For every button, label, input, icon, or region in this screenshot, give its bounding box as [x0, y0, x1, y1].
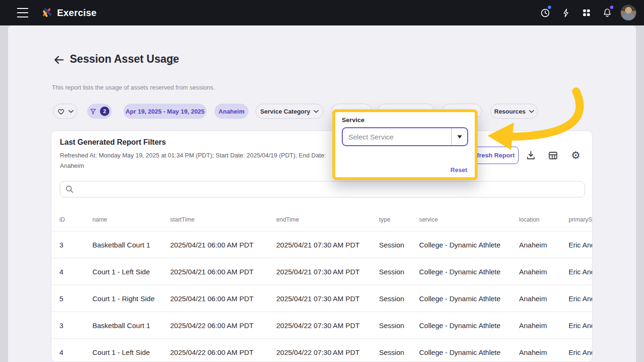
service-select[interactable]: Select Service: [342, 127, 468, 146]
service-popup-label: Service: [342, 116, 364, 123]
table-header-row: iDnamestartTimeendTimetypeservicelocatio…: [51, 208, 592, 231]
filters-count-button[interactable]: 2: [87, 104, 112, 119]
service-filter-popup: Service Select Service Reset: [332, 109, 478, 180]
resources-filter-label: Resources: [494, 108, 525, 115]
back-button[interactable]: [53, 54, 65, 66]
table-cell: 4: [59, 348, 92, 356]
column-header[interactable]: location: [519, 216, 569, 223]
location-filter-label: Anaheim: [219, 108, 245, 115]
table-search[interactable]: [60, 181, 585, 197]
refreshed-at-text-line2: Anaheim: [60, 162, 84, 169]
caret-down-icon: [457, 135, 462, 139]
table-cell: 2025/04/22 06:00 AM PDT: [170, 348, 276, 356]
app-name: Exercise: [57, 8, 97, 18]
table-cell: College - Dynamic Athlete: [419, 295, 519, 303]
table-cell: Basketball Court 1: [92, 241, 170, 249]
chevron-down-icon: [529, 110, 534, 113]
table-row[interactable]: 3Basketball Court 12025/04/22 06:00 AM P…: [51, 312, 592, 339]
table-cell: 5: [59, 295, 92, 303]
funnel-icon: [90, 108, 97, 115]
column-header[interactable]: endTime: [276, 216, 379, 223]
table-cell: Anaheim: [519, 321, 569, 329]
table-cell: College - Dynamic Athlete: [419, 268, 519, 276]
search-icon: [65, 185, 74, 194]
table-cell: College - Dynamic Athlete: [419, 348, 519, 356]
service-category-filter[interactable]: Service Category: [256, 104, 323, 119]
column-header[interactable]: service: [419, 216, 519, 223]
user-avatar[interactable]: [620, 5, 636, 21]
brand[interactable]: Exercise: [41, 0, 97, 25]
table-cell: Session: [379, 295, 419, 303]
table-cell: Anaheim: [519, 295, 569, 303]
table-cell: 2025/04/22 07:30 AM PDT: [276, 321, 379, 329]
quick-actions-button[interactable]: [555, 0, 576, 25]
hamburger-menu-icon[interactable]: [17, 8, 28, 17]
chevron-down-icon: [314, 110, 319, 113]
table-row[interactable]: 3Basketball Court 12025/04/21 06:00 AM P…: [51, 231, 592, 258]
table-cell: 2025/04/21 06:00 AM PDT: [170, 295, 276, 303]
date-range-filter[interactable]: Apr 19, 2025 - May 19, 2025: [124, 104, 206, 119]
report-card-title: Last Generated Report Filters: [60, 138, 166, 147]
table-cell: Eric And: [569, 348, 592, 356]
column-header[interactable]: name: [92, 216, 170, 223]
table-cell: College - Dynamic Athlete: [419, 321, 519, 329]
info-icon[interactable]: i: [168, 56, 176, 64]
notification-dot: [610, 6, 613, 9]
app-logo-icon: [41, 7, 53, 18]
column-header[interactable]: startTime: [170, 216, 276, 223]
column-header[interactable]: primarySt: [569, 216, 592, 223]
table-body: 3Basketball Court 12025/04/21 06:00 AM P…: [51, 231, 592, 362]
page-title: Session Asset Usage: [70, 53, 179, 66]
table-cell: Anaheim: [519, 348, 569, 356]
reset-link[interactable]: Reset: [451, 166, 467, 173]
table-cell: 2025/04/22 06:00 AM PDT: [170, 321, 276, 329]
column-header[interactable]: type: [379, 216, 419, 223]
table-cell: Court 1 - Right Side: [92, 295, 170, 303]
select-caret[interactable]: [451, 128, 467, 145]
table-cell: 2025/04/21 07:30 AM PDT: [276, 295, 379, 303]
table-view-button[interactable]: [547, 149, 559, 162]
favorites-filter-button[interactable]: [53, 104, 77, 119]
table-cell: 2025/04/22 07:30 AM PDT: [276, 348, 379, 356]
report-card: Last Generated Report Filters Refreshed …: [51, 131, 593, 362]
table-cell: Eric And: [569, 268, 592, 276]
location-filter[interactable]: Anaheim: [215, 104, 248, 119]
settings-gear-button[interactable]: ⚙: [570, 149, 582, 162]
history-button[interactable]: [535, 0, 555, 25]
table-row[interactable]: 5Court 1 - Right Side2025/04/21 06:00 AM…: [51, 285, 592, 312]
table-cell: Court 1 - Left Side: [92, 348, 170, 356]
table-row[interactable]: 4Court 1 - Left Side2025/04/22 06:00 AM …: [51, 339, 592, 362]
service-category-label: Service Category: [260, 108, 310, 115]
filter-count-badge: 2: [100, 107, 109, 116]
table-cell: 3: [59, 321, 92, 329]
apps-grid-button[interactable]: [576, 0, 597, 25]
table-cell: Anaheim: [519, 268, 569, 276]
table-cell: 2025/04/21 07:30 AM PDT: [276, 268, 379, 276]
chevron-down-icon: [68, 110, 74, 113]
results-table: iDnamestartTimeendTimetypeservicelocatio…: [51, 208, 592, 362]
column-header[interactable]: iD: [59, 216, 92, 223]
download-button[interactable]: [525, 149, 537, 162]
table-cell: Eric And: [569, 295, 592, 303]
table-cell: 2025/04/21 06:00 AM PDT: [170, 241, 276, 249]
table-cell: Session: [379, 241, 419, 249]
resources-filter[interactable]: Resources: [490, 104, 538, 119]
table-cell: Basketball Court 1: [92, 321, 170, 329]
table-row[interactable]: 4Court 1 - Left Side2025/04/21 06:00 AM …: [51, 258, 592, 285]
table-cell: Anaheim: [519, 241, 569, 249]
table-cell: 3: [59, 241, 92, 249]
page-subtitle: This report lists the usage of assets re…: [52, 84, 215, 91]
notifications-bell-button[interactable]: [597, 0, 618, 25]
search-input[interactable]: [78, 186, 580, 193]
table-cell: College - Dynamic Athlete: [419, 241, 519, 249]
date-range-label: Apr 19, 2025 - May 19, 2025: [125, 108, 205, 115]
table-cell: 2025/04/21 07:30 AM PDT: [276, 241, 379, 249]
top-bar: Exercise: [0, 0, 644, 25]
table-cell: Session: [379, 348, 419, 356]
table-cell: Eric And: [569, 241, 592, 249]
table-cell: 4: [59, 268, 92, 276]
table-cell: Session: [379, 268, 419, 276]
table-cell: Court 1 - Left Side: [92, 268, 170, 276]
heart-icon: [57, 107, 65, 115]
notification-dot: [548, 6, 551, 9]
